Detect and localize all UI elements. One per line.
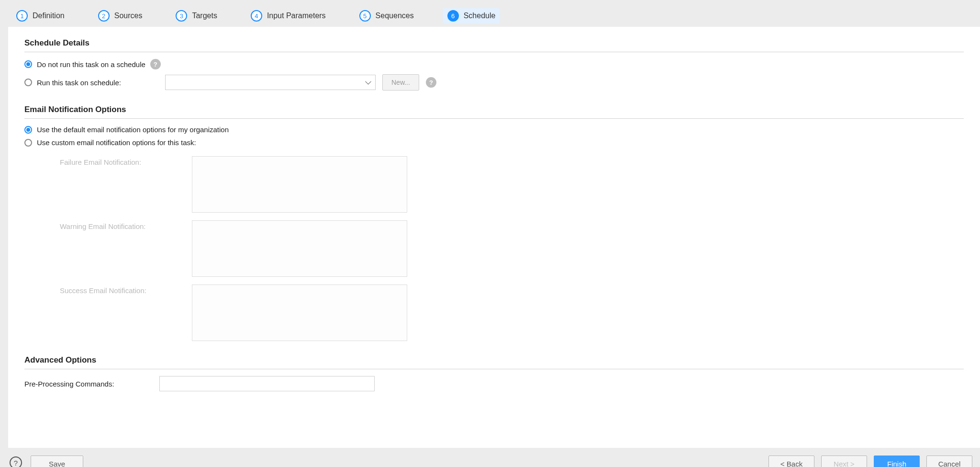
divider bbox=[24, 369, 964, 369]
step-label: Definition bbox=[33, 11, 65, 20]
save-button[interactable]: Save bbox=[31, 456, 83, 467]
schedule-details-title: Schedule Details bbox=[24, 38, 964, 48]
preprocessing-input[interactable] bbox=[159, 376, 375, 391]
email-radio-custom[interactable]: Use custom email notification options fo… bbox=[24, 138, 964, 147]
success-email-row: Success Email Notification: bbox=[24, 285, 964, 341]
radio-label: Use custom email notification options fo… bbox=[37, 138, 196, 147]
step-label: Input Parameters bbox=[267, 11, 326, 20]
schedule-radio-yes-row: Run this task on schedule: New... ? bbox=[24, 74, 964, 91]
step-number: 2 bbox=[98, 10, 110, 22]
warning-email-row: Warning Email Notification: bbox=[24, 220, 964, 277]
preprocessing-label: Pre-Processing Commands: bbox=[24, 380, 145, 388]
step-number: 3 bbox=[176, 10, 187, 22]
warning-email-textarea[interactable] bbox=[192, 220, 407, 277]
radio-icon[interactable] bbox=[24, 60, 32, 68]
footer-right: < Back Next > Finish Cancel bbox=[768, 451, 972, 467]
help-icon[interactable]: ? bbox=[426, 77, 436, 88]
warning-email-label: Warning Email Notification: bbox=[24, 220, 178, 230]
radio-icon[interactable] bbox=[24, 139, 32, 147]
main-panel[interactable]: Schedule Details Do not run this task on… bbox=[8, 27, 980, 448]
success-email-textarea[interactable] bbox=[192, 285, 407, 341]
back-button[interactable]: < Back bbox=[768, 456, 814, 467]
email-radio-default[interactable]: Use the default email notification optio… bbox=[24, 125, 964, 134]
success-email-label: Success Email Notification: bbox=[24, 285, 178, 295]
step-sequences[interactable]: 5 Sequences bbox=[355, 8, 419, 23]
step-number: 4 bbox=[251, 10, 262, 22]
new-schedule-button[interactable]: New... bbox=[382, 74, 419, 91]
failure-email-row: Failure Email Notification: bbox=[24, 156, 964, 213]
radio-icon[interactable] bbox=[24, 126, 32, 134]
step-number: 6 bbox=[447, 10, 459, 22]
finish-button[interactable]: Finish bbox=[874, 456, 920, 467]
cancel-button[interactable]: Cancel bbox=[926, 456, 972, 467]
divider bbox=[24, 52, 964, 52]
preprocessing-row: Pre-Processing Commands: bbox=[24, 376, 964, 391]
email-notification-title: Email Notification Options bbox=[24, 105, 964, 114]
footer-help-icon[interactable]: ? bbox=[10, 456, 22, 467]
failure-email-textarea[interactable] bbox=[192, 156, 407, 213]
help-icon[interactable]: ? bbox=[150, 59, 161, 69]
divider bbox=[24, 118, 964, 119]
radio-label: Do not run this task on a schedule bbox=[37, 60, 145, 68]
step-number: 1 bbox=[16, 10, 28, 22]
advanced-options-title: Advanced Options bbox=[24, 355, 964, 365]
step-sources[interactable]: 2 Sources bbox=[93, 8, 147, 23]
panel-wrap: Schedule Details Do not run this task on… bbox=[8, 27, 980, 448]
radio-label: Run this task on schedule: bbox=[37, 79, 121, 87]
step-label: Schedule bbox=[464, 11, 496, 20]
radio-icon[interactable] bbox=[24, 79, 32, 86]
schedule-radio-yes[interactable]: Run this task on schedule: bbox=[24, 79, 158, 87]
wizard-stepper: 1 Definition 2 Sources 3 Targets 4 Input… bbox=[0, 0, 980, 27]
step-label: Targets bbox=[192, 11, 217, 20]
step-targets[interactable]: 3 Targets bbox=[171, 8, 222, 23]
step-definition[interactable]: 1 Definition bbox=[11, 8, 69, 23]
wizard-footer: ? Save < Back Next > Finish Cancel bbox=[0, 448, 980, 467]
schedule-select[interactable] bbox=[165, 75, 376, 90]
step-number: 5 bbox=[359, 10, 371, 22]
step-label: Sources bbox=[114, 11, 143, 20]
step-label: Sequences bbox=[376, 11, 414, 20]
radio-label: Use the default email notification optio… bbox=[37, 125, 229, 134]
next-button[interactable]: Next > bbox=[821, 456, 867, 467]
step-input-parameters[interactable]: 4 Input Parameters bbox=[246, 8, 331, 23]
schedule-radio-no[interactable]: Do not run this task on a schedule ? bbox=[24, 59, 964, 69]
step-schedule[interactable]: 6 Schedule bbox=[443, 8, 501, 23]
failure-email-label: Failure Email Notification: bbox=[24, 156, 178, 166]
app-root: 1 Definition 2 Sources 3 Targets 4 Input… bbox=[0, 0, 980, 467]
footer-left: ? Save bbox=[10, 451, 83, 467]
